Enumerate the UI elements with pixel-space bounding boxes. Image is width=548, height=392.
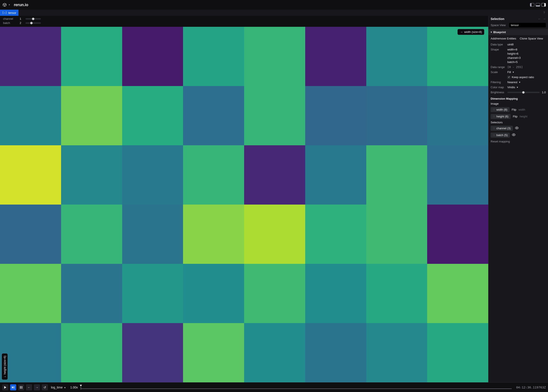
heatmap-cell bbox=[61, 145, 122, 204]
channel-selector-value: 1 bbox=[18, 17, 22, 21]
scale-dropdown[interactable]: Fill ▼ bbox=[507, 70, 514, 74]
heatmap-cell bbox=[366, 145, 427, 204]
reset-mapping-link[interactable]: Reset mapping bbox=[489, 139, 548, 144]
playback-speed[interactable]: 1.00x bbox=[69, 386, 79, 389]
toggle-bottom-panel-button[interactable] bbox=[536, 3, 540, 7]
batch-visibility-toggle[interactable] bbox=[512, 133, 515, 137]
step-back-button[interactable]: ← bbox=[26, 384, 32, 391]
heatmap-cell bbox=[244, 204, 305, 264]
grip-icon bbox=[493, 127, 495, 129]
blueprint-section-header[interactable]: ▼ Blueprint bbox=[489, 29, 548, 35]
svg-rect-3 bbox=[20, 386, 21, 389]
heatmap-cell bbox=[0, 323, 61, 382]
tensor-viewer: channel 1 batch 2 bbox=[0, 16, 488, 382]
toggle-left-panel-button[interactable] bbox=[530, 3, 534, 7]
chevron-down-icon: ▼ bbox=[516, 86, 518, 88]
play-button[interactable] bbox=[2, 384, 8, 391]
svg-rect-2 bbox=[14, 386, 14, 389]
selection-panel-title: Selection bbox=[491, 17, 504, 21]
range-label: Data range bbox=[491, 65, 507, 69]
heatmap-cell bbox=[427, 145, 488, 204]
colormap-dropdown[interactable]: Viridis ▼ bbox=[507, 86, 518, 89]
follow-button[interactable] bbox=[10, 384, 16, 391]
help-button[interactable]: ? bbox=[542, 11, 546, 14]
filtering-label: Filtering bbox=[491, 81, 507, 84]
chevron-up-icon: ▲ bbox=[64, 386, 66, 388]
width-dimension-chip[interactable]: width (8) bbox=[491, 107, 510, 112]
heatmap-cell bbox=[244, 264, 305, 323]
timeline-timestamp: 04:12:36.119763Z bbox=[513, 386, 546, 389]
space-view-label: Space View bbox=[491, 23, 507, 27]
heatmap-cell bbox=[305, 86, 366, 145]
heatmap-cell bbox=[244, 27, 305, 86]
svg-point-0 bbox=[516, 127, 517, 128]
space-view-name-input[interactable]: tensor bbox=[509, 23, 546, 28]
tab-tensor[interactable]: [∴] tensor bbox=[0, 10, 18, 16]
heatmap-cell bbox=[183, 264, 244, 323]
shape-line: batch=5 bbox=[507, 60, 520, 64]
height-axis-hint: height bbox=[520, 115, 527, 118]
brand-label: rerun.io bbox=[14, 3, 28, 7]
heatmap-cell bbox=[183, 323, 244, 382]
step-forward-button[interactable]: → bbox=[34, 384, 40, 391]
heatmap-cell bbox=[427, 27, 488, 86]
dimension-mapping-header: Dimension Mapping bbox=[489, 95, 548, 101]
height-dimension-chip[interactable]: height (6) bbox=[491, 114, 511, 119]
heatmap-cell bbox=[427, 86, 488, 145]
svg-rect-4 bbox=[22, 386, 22, 389]
timeline-scrubber[interactable] bbox=[81, 383, 512, 392]
loop-button[interactable]: ↺ bbox=[42, 384, 48, 391]
heatmap-cell bbox=[61, 264, 122, 323]
axis-height-badge: ↓ height (size=6) bbox=[2, 353, 8, 380]
brightness-slider[interactable]: 1.0 bbox=[507, 91, 546, 94]
channel-selector-slider[interactable] bbox=[25, 18, 41, 20]
flip-height-button[interactable]: Flip bbox=[513, 115, 518, 118]
heatmap-cell bbox=[305, 145, 366, 204]
add-remove-entities-link[interactable]: Add/remove Entities bbox=[491, 37, 516, 40]
brightness-value: 1.0 bbox=[542, 91, 546, 94]
chevron-down-icon: ▼ bbox=[519, 81, 521, 84]
width-axis-hint: width bbox=[519, 108, 525, 111]
tensor-heatmap[interactable] bbox=[0, 27, 488, 382]
chevron-down-icon: ▼ bbox=[512, 71, 514, 73]
timeline-bar: ← → ↺ log_time ▲ 1.00x 04:12:36.119763Z bbox=[0, 382, 548, 392]
selection-history-forward-button[interactable]: → bbox=[543, 17, 546, 21]
toggle-right-panel-button[interactable] bbox=[541, 3, 546, 7]
selectors-subheader: Selectors bbox=[489, 120, 548, 125]
heatmap-cell bbox=[366, 27, 427, 86]
heatmap-cell bbox=[305, 264, 366, 323]
arrow-down-icon: ↓ bbox=[3, 376, 6, 378]
clone-space-view-link[interactable]: Clone Space View bbox=[520, 37, 543, 40]
heatmap-cell bbox=[0, 204, 61, 264]
timeline-selector[interactable]: log_time ▲ bbox=[50, 386, 67, 389]
batch-selector-slider[interactable] bbox=[25, 22, 41, 24]
axis-width-badge: → width (size=8) bbox=[457, 29, 484, 35]
batch-selector-value: 2 bbox=[18, 21, 22, 25]
heatmap-cell bbox=[122, 264, 183, 323]
heatmap-cell bbox=[183, 86, 244, 145]
channel-dimension-chip[interactable]: channel (3) bbox=[491, 126, 513, 131]
title-bar: ▼ rerun.io bbox=[0, 0, 548, 10]
rerun-logo-icon bbox=[2, 2, 7, 7]
filtering-dropdown[interactable]: Nearest ▼ bbox=[507, 81, 520, 84]
flip-width-button[interactable]: Flip bbox=[512, 108, 516, 111]
app-menu[interactable]: ▼ bbox=[2, 2, 10, 7]
heatmap-cell bbox=[61, 204, 122, 264]
channel-visibility-toggle[interactable] bbox=[515, 126, 519, 130]
pause-button[interactable] bbox=[18, 384, 24, 391]
heatmap-cell bbox=[183, 145, 244, 204]
chevron-down-icon: ▼ bbox=[8, 4, 10, 6]
brightness-label: Brightness bbox=[491, 91, 507, 94]
heatmap-cell bbox=[0, 264, 61, 323]
dtype-value: uint8 bbox=[507, 43, 513, 46]
selection-panel: Selection ← → Space View tensor ▼ Bluepr… bbox=[488, 16, 548, 382]
dtype-label: Data type bbox=[491, 43, 507, 46]
heatmap-cell bbox=[122, 204, 183, 264]
heatmap-cell bbox=[0, 27, 61, 86]
shape-values: width=8height=6channel=3batch=5 bbox=[507, 48, 520, 64]
arrow-right-icon: → bbox=[460, 30, 463, 34]
batch-dimension-chip[interactable]: batch (5) bbox=[491, 133, 510, 138]
keep-aspect-ratio-checkbox[interactable]: ✓ Keep aspect ratio bbox=[507, 76, 534, 79]
heatmap-cell bbox=[366, 86, 427, 145]
selection-history-back-button[interactable]: ← bbox=[538, 17, 541, 21]
